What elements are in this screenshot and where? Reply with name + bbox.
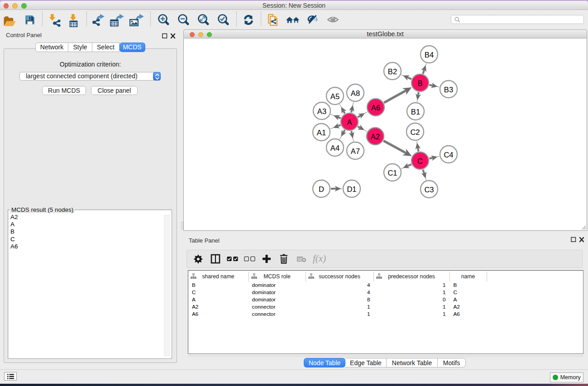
svg-text:B1: B1 xyxy=(411,108,420,116)
svg-text:B4: B4 xyxy=(425,51,434,59)
svg-text:D1: D1 xyxy=(347,185,356,194)
svg-text:A7: A7 xyxy=(351,147,360,156)
svg-text:A1: A1 xyxy=(317,129,326,137)
svg-text:A3: A3 xyxy=(317,107,326,116)
svg-text:A2: A2 xyxy=(371,133,380,141)
svg-text:A6: A6 xyxy=(371,104,380,112)
svg-text:C3: C3 xyxy=(424,186,434,194)
svg-text:A8: A8 xyxy=(351,89,360,98)
svg-text:B: B xyxy=(417,79,422,88)
svg-text:A5: A5 xyxy=(330,92,339,101)
svg-text:C4: C4 xyxy=(444,151,453,159)
svg-text:C1: C1 xyxy=(387,169,397,177)
svg-text:D: D xyxy=(319,185,324,194)
svg-text:C2: C2 xyxy=(410,128,420,137)
svg-text:A: A xyxy=(347,118,352,127)
svg-text:B2: B2 xyxy=(388,67,397,76)
svg-text:C: C xyxy=(417,157,423,166)
svg-text:B3: B3 xyxy=(444,86,453,94)
svg-text:A4: A4 xyxy=(330,144,339,152)
